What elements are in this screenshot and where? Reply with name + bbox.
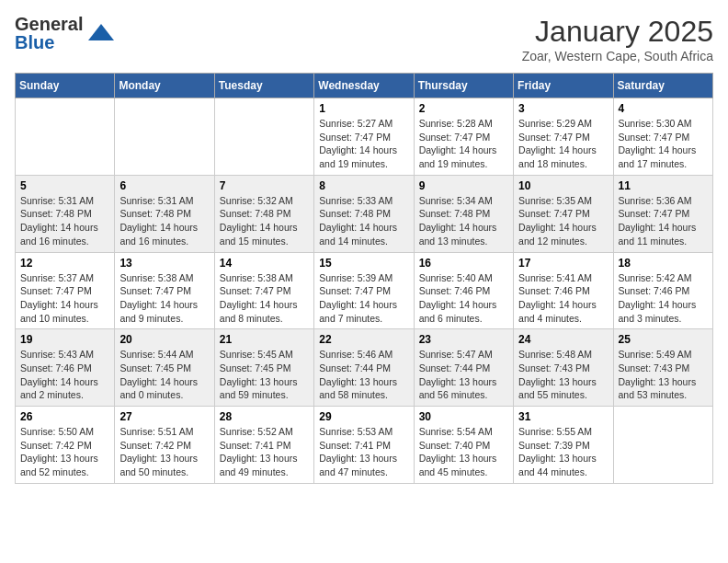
calendar-cell: 4Sunrise: 5:30 AM Sunset: 7:47 PM Daylig… xyxy=(613,98,712,176)
day-info: Sunrise: 5:39 AM Sunset: 7:47 PM Dayligh… xyxy=(319,271,408,326)
day-number: 8 xyxy=(319,179,408,192)
logo-blue: Blue xyxy=(15,32,54,52)
calendar-cell: 8Sunrise: 5:33 AM Sunset: 7:48 PM Daylig… xyxy=(314,175,414,252)
day-header-friday: Friday xyxy=(514,74,613,98)
day-header-sunday: Sunday xyxy=(16,74,115,98)
day-number: 23 xyxy=(419,333,508,346)
calendar-cell: 2Sunrise: 5:28 AM Sunset: 7:47 PM Daylig… xyxy=(414,98,513,176)
day-info: Sunrise: 5:38 AM Sunset: 7:47 PM Dayligh… xyxy=(220,271,309,326)
month-title: January 2025 xyxy=(522,15,713,49)
calendar-cell: 3Sunrise: 5:29 AM Sunset: 7:47 PM Daylig… xyxy=(514,98,613,176)
day-info: Sunrise: 5:49 AM Sunset: 7:43 PM Dayligh… xyxy=(619,348,708,402)
calendar-cell: 23Sunrise: 5:47 AM Sunset: 7:44 PM Dayli… xyxy=(414,329,513,407)
calendar-cell xyxy=(16,98,115,176)
calendar-cell: 5Sunrise: 5:31 AM Sunset: 7:48 PM Daylig… xyxy=(16,175,115,252)
day-info: Sunrise: 5:36 AM Sunset: 7:47 PM Dayligh… xyxy=(619,194,708,248)
day-number: 21 xyxy=(220,333,309,346)
day-info: Sunrise: 5:37 AM Sunset: 7:47 PM Dayligh… xyxy=(20,271,109,326)
day-header-tuesday: Tuesday xyxy=(214,74,313,98)
day-number: 29 xyxy=(319,410,408,423)
logo-icon xyxy=(88,22,114,46)
day-number: 11 xyxy=(619,179,708,192)
calendar-cell: 28Sunrise: 5:52 AM Sunset: 7:41 PM Dayli… xyxy=(214,407,313,484)
calendar-week-row: 5Sunrise: 5:31 AM Sunset: 7:48 PM Daylig… xyxy=(16,175,713,252)
day-info: Sunrise: 5:50 AM Sunset: 7:42 PM Dayligh… xyxy=(20,425,109,479)
calendar-cell: 16Sunrise: 5:40 AM Sunset: 7:46 PM Dayli… xyxy=(414,252,513,329)
calendar-week-row: 1Sunrise: 5:27 AM Sunset: 7:47 PM Daylig… xyxy=(16,98,713,176)
day-info: Sunrise: 5:40 AM Sunset: 7:46 PM Dayligh… xyxy=(419,271,508,326)
day-info: Sunrise: 5:54 AM Sunset: 7:40 PM Dayligh… xyxy=(419,425,508,479)
day-number: 24 xyxy=(518,333,608,346)
calendar-cell: 13Sunrise: 5:38 AM Sunset: 7:47 PM Dayli… xyxy=(115,252,214,329)
calendar-cell: 21Sunrise: 5:45 AM Sunset: 7:45 PM Dayli… xyxy=(214,329,313,407)
day-info: Sunrise: 5:45 AM Sunset: 7:45 PM Dayligh… xyxy=(220,348,309,402)
day-info: Sunrise: 5:30 AM Sunset: 7:47 PM Dayligh… xyxy=(619,117,708,171)
calendar-header-row: SundayMondayTuesdayWednesdayThursdayFrid… xyxy=(16,74,713,98)
calendar-cell: 1Sunrise: 5:27 AM Sunset: 7:47 PM Daylig… xyxy=(314,98,414,176)
calendar-cell xyxy=(214,98,313,176)
day-header-wednesday: Wednesday xyxy=(314,74,414,98)
day-info: Sunrise: 5:38 AM Sunset: 7:47 PM Dayligh… xyxy=(119,271,209,326)
day-info: Sunrise: 5:47 AM Sunset: 7:44 PM Dayligh… xyxy=(419,348,508,402)
day-number: 10 xyxy=(518,179,608,192)
calendar-cell: 14Sunrise: 5:38 AM Sunset: 7:47 PM Dayli… xyxy=(214,252,313,329)
day-number: 27 xyxy=(119,410,209,423)
day-info: Sunrise: 5:52 AM Sunset: 7:41 PM Dayligh… xyxy=(220,425,309,479)
calendar-cell: 7Sunrise: 5:32 AM Sunset: 7:48 PM Daylig… xyxy=(214,175,313,252)
day-info: Sunrise: 5:53 AM Sunset: 7:41 PM Dayligh… xyxy=(319,425,408,479)
day-info: Sunrise: 5:35 AM Sunset: 7:47 PM Dayligh… xyxy=(518,194,608,248)
day-number: 20 xyxy=(119,333,209,346)
day-info: Sunrise: 5:46 AM Sunset: 7:44 PM Dayligh… xyxy=(319,348,408,402)
day-number: 4 xyxy=(619,102,708,115)
calendar-week-row: 26Sunrise: 5:50 AM Sunset: 7:42 PM Dayli… xyxy=(16,407,713,484)
calendar-cell: 26Sunrise: 5:50 AM Sunset: 7:42 PM Dayli… xyxy=(16,407,115,484)
calendar: SundayMondayTuesdayWednesdayThursdayFrid… xyxy=(15,73,713,484)
day-info: Sunrise: 5:33 AM Sunset: 7:48 PM Dayligh… xyxy=(319,194,408,248)
day-number: 19 xyxy=(20,333,109,346)
day-info: Sunrise: 5:51 AM Sunset: 7:42 PM Dayligh… xyxy=(119,425,209,479)
calendar-cell: 11Sunrise: 5:36 AM Sunset: 7:47 PM Dayli… xyxy=(613,175,712,252)
calendar-cell: 19Sunrise: 5:43 AM Sunset: 7:46 PM Dayli… xyxy=(16,329,115,407)
day-info: Sunrise: 5:31 AM Sunset: 7:48 PM Dayligh… xyxy=(20,194,109,248)
day-info: Sunrise: 5:31 AM Sunset: 7:48 PM Dayligh… xyxy=(119,194,209,248)
day-info: Sunrise: 5:48 AM Sunset: 7:43 PM Dayligh… xyxy=(518,348,608,402)
header: General Blue January 2025 Zoar, Western … xyxy=(15,15,713,63)
calendar-cell: 15Sunrise: 5:39 AM Sunset: 7:47 PM Dayli… xyxy=(314,252,414,329)
day-info: Sunrise: 5:32 AM Sunset: 7:48 PM Dayligh… xyxy=(220,194,309,248)
calendar-cell: 24Sunrise: 5:48 AM Sunset: 7:43 PM Dayli… xyxy=(514,329,613,407)
day-number: 22 xyxy=(319,333,408,346)
day-header-saturday: Saturday xyxy=(613,74,712,98)
calendar-cell: 20Sunrise: 5:44 AM Sunset: 7:45 PM Dayli… xyxy=(115,329,214,407)
day-header-thursday: Thursday xyxy=(414,74,513,98)
day-number: 1 xyxy=(319,102,408,115)
day-header-monday: Monday xyxy=(115,74,214,98)
calendar-cell: 25Sunrise: 5:49 AM Sunset: 7:43 PM Dayli… xyxy=(613,329,712,407)
calendar-cell: 18Sunrise: 5:42 AM Sunset: 7:46 PM Dayli… xyxy=(613,252,712,329)
calendar-cell: 10Sunrise: 5:35 AM Sunset: 7:47 PM Dayli… xyxy=(514,175,613,252)
calendar-week-row: 12Sunrise: 5:37 AM Sunset: 7:47 PM Dayli… xyxy=(16,252,713,329)
day-number: 5 xyxy=(20,179,109,192)
day-number: 18 xyxy=(619,257,708,270)
day-info: Sunrise: 5:44 AM Sunset: 7:45 PM Dayligh… xyxy=(119,348,209,402)
day-info: Sunrise: 5:28 AM Sunset: 7:47 PM Dayligh… xyxy=(419,117,508,171)
day-number: 31 xyxy=(518,410,608,423)
day-info: Sunrise: 5:55 AM Sunset: 7:39 PM Dayligh… xyxy=(518,425,608,479)
day-number: 25 xyxy=(619,333,708,346)
logo-text: General Blue xyxy=(15,15,83,52)
day-info: Sunrise: 5:27 AM Sunset: 7:47 PM Dayligh… xyxy=(319,117,408,171)
calendar-cell: 6Sunrise: 5:31 AM Sunset: 7:48 PM Daylig… xyxy=(115,175,214,252)
day-number: 30 xyxy=(419,410,508,423)
day-info: Sunrise: 5:43 AM Sunset: 7:46 PM Dayligh… xyxy=(20,348,109,402)
day-number: 15 xyxy=(319,257,408,270)
day-number: 7 xyxy=(220,179,309,192)
location-subtitle: Zoar, Western Cape, South Africa xyxy=(522,49,713,63)
calendar-cell xyxy=(115,98,214,176)
day-info: Sunrise: 5:41 AM Sunset: 7:46 PM Dayligh… xyxy=(518,271,608,326)
day-info: Sunrise: 5:29 AM Sunset: 7:47 PM Dayligh… xyxy=(518,117,608,171)
day-number: 12 xyxy=(20,257,109,270)
day-number: 13 xyxy=(119,257,209,270)
calendar-cell: 17Sunrise: 5:41 AM Sunset: 7:46 PM Dayli… xyxy=(514,252,613,329)
calendar-cell: 31Sunrise: 5:55 AM Sunset: 7:39 PM Dayli… xyxy=(514,407,613,484)
logo-general: General xyxy=(15,14,83,34)
day-number: 28 xyxy=(220,410,309,423)
